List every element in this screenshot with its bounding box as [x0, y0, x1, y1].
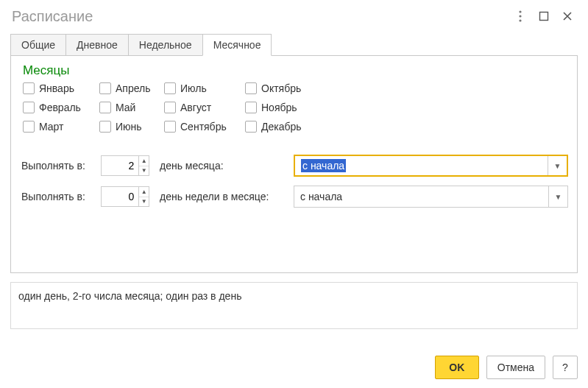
day-of-month-origin-select[interactable]: с начала ▼ — [294, 155, 568, 177]
checkbox-icon — [245, 121, 257, 133]
checkbox-icon — [164, 121, 176, 133]
combo-value: с начала — [294, 191, 548, 202]
months-grid: Январь Апрель Июль Октябрь Февраль Май А… — [23, 82, 568, 133]
tab-daily[interactable]: Дневное — [65, 34, 129, 56]
day-of-week-unit: день недели в месяце: — [160, 191, 294, 202]
kebab-icon[interactable] — [511, 7, 529, 25]
day-of-week-input[interactable] — [102, 187, 138, 206]
page-title: Расписание — [12, 8, 506, 25]
maximize-icon[interactable] — [535, 7, 553, 25]
month-checkbox[interactable]: Сентябрь — [164, 121, 245, 133]
month-label: Май — [116, 102, 135, 113]
month-label: Апрель — [116, 82, 151, 94]
cancel-button[interactable]: Отмена — [486, 356, 545, 379]
day-of-month-unit: день месяца: — [160, 160, 294, 172]
month-label: Февраль — [39, 102, 81, 113]
tab-weekly[interactable]: Недельное — [128, 34, 203, 56]
month-checkbox[interactable]: Ноябрь — [245, 102, 322, 113]
month-label: Сентябрь — [180, 121, 227, 133]
checkbox-icon — [23, 102, 35, 113]
checkbox-icon — [23, 121, 35, 133]
month-label: Ноябрь — [261, 102, 297, 113]
month-label: Октябрь — [261, 82, 301, 94]
month-label: Март — [39, 121, 64, 133]
stepper-up-icon[interactable]: ▲ — [139, 156, 149, 166]
day-of-week-label: Выполнять в: — [21, 191, 101, 202]
checkbox-icon — [99, 102, 111, 113]
month-checkbox[interactable]: Январь — [23, 82, 99, 94]
month-checkbox[interactable]: Май — [99, 102, 164, 113]
combo-value: с начала — [301, 159, 346, 172]
checkbox-icon — [99, 82, 111, 94]
checkbox-icon — [245, 82, 257, 94]
checkbox-icon — [23, 82, 35, 94]
svg-rect-3 — [540, 13, 548, 21]
tab-monthly[interactable]: Месячное — [202, 34, 272, 56]
month-checkbox[interactable]: Август — [164, 102, 245, 113]
tab-bar: Общие Дневное Недельное Месячное — [10, 34, 578, 56]
checkbox-icon — [245, 102, 257, 113]
summary-text: один день, 2-го числа месяца; один раз в… — [10, 282, 578, 329]
monthly-panel: Месяцы Январь Апрель Июль Октябрь Феврал… — [10, 55, 578, 273]
month-label: Январь — [39, 82, 74, 94]
month-checkbox[interactable]: Июль — [164, 82, 245, 94]
help-button[interactable]: ? — [553, 356, 578, 379]
checkbox-icon — [99, 121, 111, 133]
stepper-down-icon[interactable]: ▼ — [139, 166, 149, 176]
svg-point-1 — [519, 15, 521, 17]
month-checkbox[interactable]: Июнь — [99, 121, 164, 133]
month-checkbox[interactable]: Апрель — [99, 82, 164, 94]
month-checkbox[interactable]: Март — [23, 121, 99, 133]
chevron-down-icon[interactable]: ▼ — [548, 156, 567, 175]
month-checkbox[interactable]: Октябрь — [245, 82, 322, 94]
month-checkbox[interactable]: Февраль — [23, 102, 99, 113]
month-checkbox[interactable]: Декабрь — [245, 121, 322, 133]
day-of-week-stepper[interactable]: ▲ ▼ — [101, 186, 149, 207]
close-icon[interactable] — [559, 7, 576, 25]
ok-button[interactable]: OK — [435, 356, 479, 379]
month-label: Август — [180, 102, 211, 113]
stepper-up-icon[interactable]: ▲ — [139, 187, 149, 197]
day-of-month-label: Выполнять в: — [21, 160, 101, 172]
svg-point-2 — [519, 19, 521, 21]
months-heading: Месяцы — [23, 63, 568, 78]
stepper-down-icon[interactable]: ▼ — [139, 197, 149, 207]
checkbox-icon — [164, 102, 176, 113]
day-of-week-origin-select[interactable]: с начала ▼ — [294, 186, 568, 208]
tab-common[interactable]: Общие — [10, 34, 66, 56]
svg-point-0 — [519, 10, 521, 13]
day-of-month-input[interactable] — [102, 156, 138, 175]
checkbox-icon — [164, 82, 176, 94]
month-label: Декабрь — [261, 121, 302, 133]
chevron-down-icon[interactable]: ▼ — [548, 186, 567, 207]
month-label: Июнь — [116, 121, 142, 133]
day-of-month-stepper[interactable]: ▲ ▼ — [101, 155, 149, 176]
month-label: Июль — [180, 82, 207, 94]
